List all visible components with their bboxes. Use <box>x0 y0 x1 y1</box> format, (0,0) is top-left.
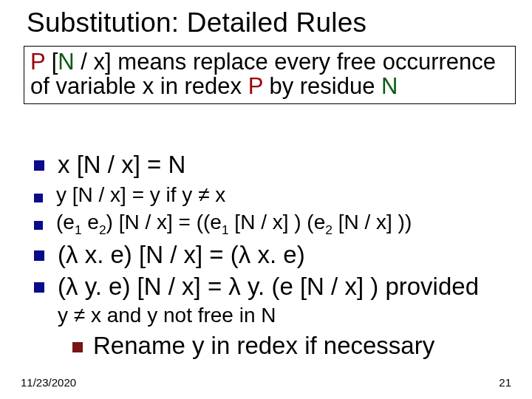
rule-5-subrule: Rename y in redex if necessary <box>72 332 511 360</box>
definition-box: P [N / x] means replace every free occur… <box>24 46 516 104</box>
slide-title: Substitution: Detailed Rules <box>27 7 366 38</box>
bullet-icon <box>34 282 44 293</box>
rule-2: y [N / x] = y if y ≠ x <box>24 183 511 206</box>
rule-1-text: x [N / x] = N <box>58 151 511 179</box>
rule-5: (λ y. e) [N / x] = λ y. (e [N / x] ) pro… <box>24 273 511 301</box>
r3-b: e <box>82 211 99 233</box>
def-mid3: by residue <box>263 73 381 99</box>
bullet-icon <box>34 250 44 261</box>
rule-5-subrule-text: Rename y in redex if necessary <box>93 332 434 360</box>
r3-e: [N / x] )) <box>332 211 412 233</box>
footer-page-number: 21 <box>499 376 511 389</box>
rule-3-text: (e1 e2) [N / x] = ((e1 [N / x] ) (e2 [N … <box>56 211 511 237</box>
bullet-icon <box>34 194 43 202</box>
slide: Substitution: Detailed Rules P [N / x] m… <box>0 0 532 399</box>
term-x-2: x <box>143 73 154 99</box>
def-sep: / <box>75 49 94 75</box>
rule-1: x [N / x] = N <box>24 151 511 179</box>
rules-list: x [N / x] = N y [N / x] = y if y ≠ x (e1… <box>24 151 511 360</box>
term-p-2: P <box>248 73 263 99</box>
r3-c: ) [N / x] = ((e <box>106 211 222 233</box>
term-n-2: N <box>381 73 398 99</box>
sub-1: 1 <box>75 222 82 237</box>
def-mid2: in redex <box>154 73 248 99</box>
def-pre: [ <box>45 49 58 75</box>
sub-2: 2 <box>99 222 106 237</box>
term-p: P <box>30 49 45 75</box>
rule-3: (e1 e2) [N / x] = ((e1 [N / x] ) (e2 [N … <box>24 211 511 237</box>
rule-5-text: (λ y. e) [N / x] = λ y. (e [N / x] ) pro… <box>58 273 511 301</box>
rule-4: (λ x. e) [N / x] = (λ x. e) <box>24 242 511 269</box>
sub-1b: 1 <box>222 222 229 237</box>
bullet-icon <box>34 160 44 171</box>
rule-4-text: (λ x. e) [N / x] = (λ x. e) <box>58 242 511 269</box>
r3-a: (e <box>56 211 75 233</box>
sub-2b: 2 <box>325 222 332 237</box>
bullet-icon <box>72 342 83 352</box>
footer-date: 11/23/2020 <box>21 376 76 389</box>
bullet-icon <box>34 221 43 230</box>
r3-d: [N / x] ) (e <box>229 211 326 233</box>
rule-2-text: y [N / x] = y if y ≠ x <box>56 183 511 206</box>
term-n: N <box>58 49 74 75</box>
term-x: x <box>94 49 106 75</box>
rule-5-condition: y ≠ x and y not free in N <box>58 304 511 327</box>
